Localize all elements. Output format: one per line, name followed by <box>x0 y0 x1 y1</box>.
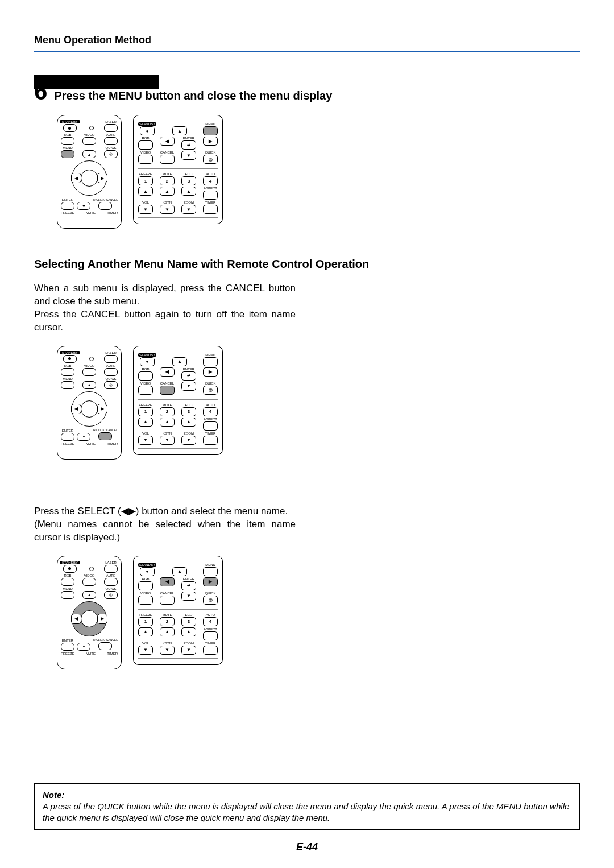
label-timer: TIMER <box>107 211 118 214</box>
remote-type-b: STANDBY● ▲ MENU RGB ◀ ENTER↵ ▶ VIDEO CAN… <box>133 115 223 224</box>
down-button: ▼ <box>77 202 90 210</box>
led-icon <box>89 126 94 130</box>
remote-type-a: STANDBY LASER RGB VIDEO AUTO MENU ▲ QUIC… <box>57 115 122 229</box>
remote-type-b-2: STANDBY● ▲ MENU RGB ◀ ENTER↵ ▶ VIDEO CAN… <box>133 346 223 455</box>
b-up3: ▲ <box>181 187 196 196</box>
subsection-heading: Selecting Another Menu Name with Remote … <box>34 258 580 271</box>
b-2-button: 2 <box>160 176 175 185</box>
b-video-button <box>138 155 153 164</box>
label-mute: MUTE <box>86 211 96 214</box>
page-header: Menu Operation Method <box>34 34 580 52</box>
b-enter-button: ↵ <box>181 140 196 150</box>
labelb-aspect: ASPECT <box>204 187 217 190</box>
select-right-highlighted: ▶ <box>97 614 107 624</box>
labelb-cancel: CANCEL <box>160 151 174 154</box>
b-cancel-highlighted <box>160 386 175 395</box>
labelb-quick: QUICK <box>205 151 215 154</box>
labelb-kstn: KSTN <box>163 201 172 204</box>
b-dn1: ▼ <box>138 205 153 214</box>
b-menu-button <box>203 126 218 135</box>
remote-type-a-3: STANDBY LASER RGB VIDEO AUTO MENU ▲ QUIC… <box>57 556 122 669</box>
b-up2: ▲ <box>160 187 175 196</box>
label-freeze: FREEZE <box>61 211 74 214</box>
select-arrows-icon: ◀▶ <box>121 506 136 516</box>
enter-button <box>61 202 74 210</box>
label-enter: ENTER <box>61 198 74 201</box>
rgb-button <box>61 137 74 145</box>
nav-cluster: ◀ ▶ <box>72 160 107 196</box>
remote-illustration-row-3: STANDBY LASER RGB VIDEO AUTO MENU ▲ QUIC… <box>57 556 580 669</box>
labelb-vol: VOL <box>142 201 149 204</box>
page-number: E-44 <box>34 841 580 853</box>
labelb-freeze: FREEZE <box>139 172 152 176</box>
remote-type-a-2: STANDBY LASER RGB VIDEO AUTO MENU ▲ QUIC… <box>57 346 122 460</box>
menu-button <box>61 150 74 158</box>
b-quick-button: ◎ <box>203 155 218 164</box>
labelb-rgb: RGB <box>142 137 149 140</box>
b-rgb-button <box>138 140 153 150</box>
select-left-highlighted: ◀ <box>71 614 81 624</box>
step-row: 6 Press the MENU button and close the me… <box>34 80 580 104</box>
nav-left-icon: ◀ <box>71 173 81 183</box>
b-aspect-button <box>203 191 218 200</box>
remote-illustration-row-2: STANDBY LASER RGB VIDEO AUTO MENU ▲ QUIC… <box>57 346 580 460</box>
nav-right-icon: ▶ <box>97 173 107 183</box>
lower-strip: FREEZE1 MUTE2 ECO3 AUTO4 ▲ ▲ ▲ ASPECT VO… <box>138 168 218 218</box>
note-box: Note: A press of the QUICK button while … <box>34 783 580 830</box>
label-rclick: R-CLICK/ CANCEL <box>93 199 118 201</box>
up-button: ▲ <box>82 150 96 158</box>
auto-button <box>104 137 118 145</box>
b-up1: ▲ <box>138 187 153 196</box>
b-standby-button: ● <box>140 126 155 135</box>
b-1-button: 1 <box>138 176 153 185</box>
b-right-highlighted: ▶ <box>203 577 218 586</box>
labelb-menu: MENU <box>205 122 215 126</box>
section-rule <box>34 246 580 246</box>
b-timer-button <box>203 205 218 214</box>
b-4-button: 4 <box>203 176 218 185</box>
b-left-highlighted: ◀ <box>160 577 175 586</box>
labelb-timer: TIMER <box>205 201 216 204</box>
label-rgb: RGB <box>61 133 74 137</box>
cancel-button-highlighted <box>98 432 112 440</box>
labelb-auto: AUTO <box>206 172 215 176</box>
step-text: Press the MENU button and close the menu… <box>54 89 332 102</box>
laser-button <box>104 124 118 132</box>
note-text: A press of the QUICK button while the me… <box>43 801 569 822</box>
cancel-button <box>98 202 112 210</box>
b-cancel-button <box>160 155 175 164</box>
label-laser: LASER <box>104 120 118 123</box>
b-dn3: ▼ <box>181 205 196 214</box>
body-para-1: When a sub menu is displayed, press the … <box>34 282 296 334</box>
labelb-enter: ENTER <box>183 137 194 140</box>
label-auto: AUTO <box>104 133 118 137</box>
note-label: Note: <box>43 790 64 800</box>
labelb-eco: ECO <box>185 172 192 176</box>
step-number: 6 <box>34 80 47 104</box>
labelb-zoom: ZOOM <box>184 201 194 204</box>
label-quick: QUICK <box>104 146 118 150</box>
remote-type-b-3: STANDBY● ▲ MENU RGB ◀ ENTER↵ ▶ VIDEO CAN… <box>133 556 223 665</box>
b-left-button: ◀ <box>160 137 175 146</box>
remote-illustration-row-1: STANDBY LASER RGB VIDEO AUTO MENU ▲ QUIC… <box>57 115 580 229</box>
labelb-video: VIDEO <box>140 151 151 154</box>
b-up-button: ▲ <box>172 126 187 135</box>
body-para-2: Press the SELECT (◀▶) button and select … <box>34 505 296 544</box>
labelb-mute: MUTE <box>163 172 172 176</box>
b-3-button: 3 <box>181 176 196 185</box>
b-dn2: ▼ <box>160 205 175 214</box>
label-video: VIDEO <box>82 133 96 137</box>
label-menu: MENU <box>61 146 74 150</box>
quick-button: ◎ <box>104 150 118 158</box>
dot-icon <box>68 127 71 130</box>
labelb-standby: STANDBY <box>138 122 156 126</box>
video-button <box>82 137 96 145</box>
label-standby: STANDBY <box>60 120 80 123</box>
nav-center <box>81 170 98 187</box>
b-down-button: ▼ <box>181 151 196 160</box>
b-right-button: ▶ <box>203 137 218 146</box>
standby-button <box>63 124 77 132</box>
